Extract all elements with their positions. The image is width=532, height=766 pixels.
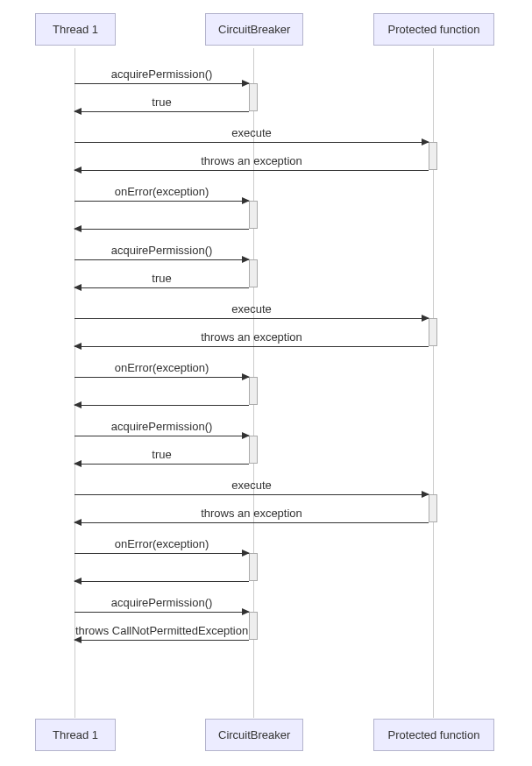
msg-label-15: execute: [74, 479, 429, 492]
msg-label-17: onError(exception): [74, 537, 249, 550]
arrow-5: [74, 201, 249, 202]
activation-breaker-1b: [249, 201, 258, 229]
msg-label-11: onError(exception): [74, 361, 249, 374]
msg-label-20: throws CallNotPermittedException: [74, 624, 249, 637]
arrow-14: [74, 464, 249, 465]
msg-label-4: throws an exception: [74, 154, 429, 167]
participant-thread-label-b: Thread 1: [53, 728, 98, 741]
msg-label-3: execute: [74, 126, 429, 139]
participant-func-bottom: Protected function: [373, 719, 494, 751]
arrow-3: [74, 142, 429, 143]
activation-breaker-2: [249, 259, 258, 287]
arrow-15: [74, 494, 429, 495]
arrow-6: [74, 229, 249, 230]
arrow-2: [74, 111, 249, 112]
activation-func-2: [429, 318, 437, 346]
activation-func-3: [429, 494, 437, 522]
activation-breaker-4: [249, 612, 258, 640]
activation-breaker-3b: [249, 553, 258, 581]
msg-label-19: acquirePermission(): [74, 596, 249, 609]
arrow-1: [74, 83, 249, 84]
arrow-4: [74, 170, 429, 171]
activation-breaker-3: [249, 436, 258, 464]
arrow-19: [74, 612, 249, 613]
participant-breaker-label: CircuitBreaker: [218, 23, 290, 36]
arrow-11: [74, 377, 249, 378]
participant-func-top: Protected function: [373, 13, 494, 46]
arrow-7: [74, 259, 249, 260]
msg-label-8: true: [74, 272, 249, 285]
arrow-10: [74, 346, 429, 347]
lifeline-thread: [74, 48, 75, 718]
activation-breaker-1: [249, 83, 258, 111]
participant-thread-top: Thread 1: [35, 13, 116, 46]
msg-label-2: true: [74, 96, 249, 109]
activation-breaker-2b: [249, 377, 258, 405]
arrow-8: [74, 287, 249, 288]
participant-breaker-label-b: CircuitBreaker: [218, 728, 290, 741]
msg-label-5: onError(exception): [74, 185, 249, 198]
msg-label-16: throws an exception: [74, 507, 429, 520]
participant-func-label: Protected function: [388, 23, 480, 36]
arrow-9: [74, 318, 429, 319]
msg-label-9: execute: [74, 302, 429, 316]
arrow-20: [74, 640, 249, 641]
msg-label-7: acquirePermission(): [74, 244, 249, 257]
msg-label-1: acquirePermission(): [74, 67, 249, 81]
participant-breaker-top: CircuitBreaker: [205, 13, 303, 46]
arrow-18: [74, 581, 249, 582]
arrow-16: [74, 522, 429, 523]
participant-breaker-bottom: CircuitBreaker: [205, 719, 303, 751]
msg-label-13: acquirePermission(): [74, 420, 249, 433]
participant-func-label-b: Protected function: [388, 728, 480, 741]
participant-thread-bottom: Thread 1: [35, 719, 116, 751]
arrow-17: [74, 553, 249, 554]
msg-label-10: throws an exception: [74, 330, 429, 344]
sequence-diagram: Thread 1 CircuitBreaker Protected functi…: [0, 0, 532, 766]
msg-label-14: true: [74, 448, 249, 461]
participant-thread-label: Thread 1: [53, 23, 98, 36]
arrow-13: [74, 436, 249, 436]
arrow-12: [74, 405, 249, 406]
activation-func-1: [429, 142, 437, 170]
